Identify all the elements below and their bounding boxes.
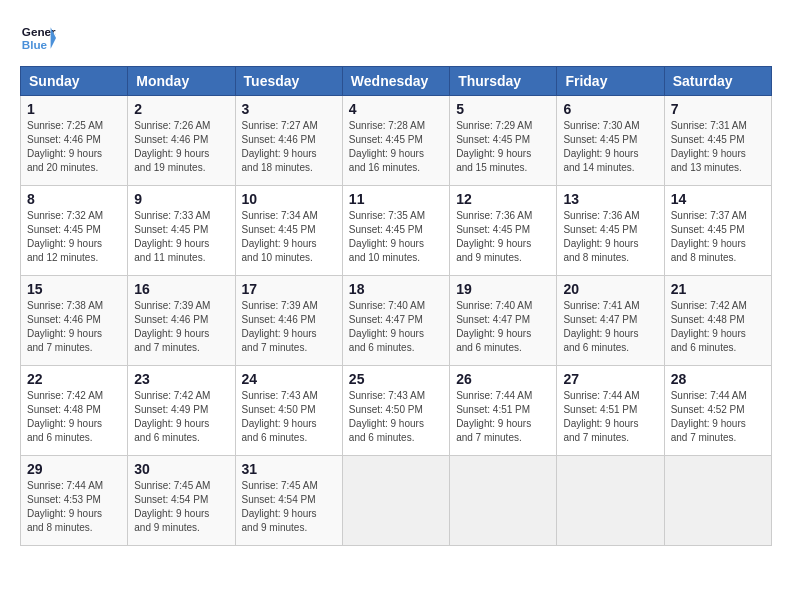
- calendar-cell: 1Sunrise: 7:25 AMSunset: 4:46 PMDaylight…: [21, 96, 128, 186]
- day-info: Sunrise: 7:36 AMSunset: 4:45 PMDaylight:…: [456, 209, 550, 265]
- day-number: 4: [349, 101, 443, 117]
- day-info: Sunrise: 7:25 AMSunset: 4:46 PMDaylight:…: [27, 119, 121, 175]
- day-info: Sunrise: 7:39 AMSunset: 4:46 PMDaylight:…: [242, 299, 336, 355]
- calendar-week-2: 8Sunrise: 7:32 AMSunset: 4:45 PMDaylight…: [21, 186, 772, 276]
- calendar-cell: 14Sunrise: 7:37 AMSunset: 4:45 PMDayligh…: [664, 186, 771, 276]
- calendar-week-3: 15Sunrise: 7:38 AMSunset: 4:46 PMDayligh…: [21, 276, 772, 366]
- calendar-cell: 24Sunrise: 7:43 AMSunset: 4:50 PMDayligh…: [235, 366, 342, 456]
- day-number: 13: [563, 191, 657, 207]
- logo-icon: General Blue: [20, 20, 56, 56]
- day-number: 7: [671, 101, 765, 117]
- day-info: Sunrise: 7:45 AMSunset: 4:54 PMDaylight:…: [242, 479, 336, 535]
- day-header-sunday: Sunday: [21, 67, 128, 96]
- day-info: Sunrise: 7:44 AMSunset: 4:52 PMDaylight:…: [671, 389, 765, 445]
- day-info: Sunrise: 7:29 AMSunset: 4:45 PMDaylight:…: [456, 119, 550, 175]
- calendar-cell: 7Sunrise: 7:31 AMSunset: 4:45 PMDaylight…: [664, 96, 771, 186]
- day-info: Sunrise: 7:34 AMSunset: 4:45 PMDaylight:…: [242, 209, 336, 265]
- day-number: 23: [134, 371, 228, 387]
- day-info: Sunrise: 7:30 AMSunset: 4:45 PMDaylight:…: [563, 119, 657, 175]
- day-info: Sunrise: 7:45 AMSunset: 4:54 PMDaylight:…: [134, 479, 228, 535]
- calendar-week-5: 29Sunrise: 7:44 AMSunset: 4:53 PMDayligh…: [21, 456, 772, 546]
- day-info: Sunrise: 7:44 AMSunset: 4:53 PMDaylight:…: [27, 479, 121, 535]
- day-number: 25: [349, 371, 443, 387]
- page-header: General Blue: [20, 20, 772, 56]
- calendar-cell: 22Sunrise: 7:42 AMSunset: 4:48 PMDayligh…: [21, 366, 128, 456]
- day-info: Sunrise: 7:42 AMSunset: 4:48 PMDaylight:…: [27, 389, 121, 445]
- day-info: Sunrise: 7:37 AMSunset: 4:45 PMDaylight:…: [671, 209, 765, 265]
- calendar-cell: 21Sunrise: 7:42 AMSunset: 4:48 PMDayligh…: [664, 276, 771, 366]
- calendar-cell: 19Sunrise: 7:40 AMSunset: 4:47 PMDayligh…: [450, 276, 557, 366]
- day-number: 19: [456, 281, 550, 297]
- day-number: 5: [456, 101, 550, 117]
- day-number: 18: [349, 281, 443, 297]
- calendar-cell: 6Sunrise: 7:30 AMSunset: 4:45 PMDaylight…: [557, 96, 664, 186]
- day-header-wednesday: Wednesday: [342, 67, 449, 96]
- calendar-cell: [557, 456, 664, 546]
- calendar-cell: 29Sunrise: 7:44 AMSunset: 4:53 PMDayligh…: [21, 456, 128, 546]
- calendar-cell: 11Sunrise: 7:35 AMSunset: 4:45 PMDayligh…: [342, 186, 449, 276]
- calendar-cell: 25Sunrise: 7:43 AMSunset: 4:50 PMDayligh…: [342, 366, 449, 456]
- day-number: 31: [242, 461, 336, 477]
- day-info: Sunrise: 7:44 AMSunset: 4:51 PMDaylight:…: [456, 389, 550, 445]
- calendar-cell: 2Sunrise: 7:26 AMSunset: 4:46 PMDaylight…: [128, 96, 235, 186]
- day-info: Sunrise: 7:44 AMSunset: 4:51 PMDaylight:…: [563, 389, 657, 445]
- days-of-week-row: SundayMondayTuesdayWednesdayThursdayFrid…: [21, 67, 772, 96]
- day-number: 12: [456, 191, 550, 207]
- day-number: 1: [27, 101, 121, 117]
- calendar-cell: [342, 456, 449, 546]
- calendar-cell: 12Sunrise: 7:36 AMSunset: 4:45 PMDayligh…: [450, 186, 557, 276]
- day-info: Sunrise: 7:42 AMSunset: 4:48 PMDaylight:…: [671, 299, 765, 355]
- calendar-cell: 4Sunrise: 7:28 AMSunset: 4:45 PMDaylight…: [342, 96, 449, 186]
- day-number: 26: [456, 371, 550, 387]
- calendar-cell: 9Sunrise: 7:33 AMSunset: 4:45 PMDaylight…: [128, 186, 235, 276]
- day-info: Sunrise: 7:43 AMSunset: 4:50 PMDaylight:…: [349, 389, 443, 445]
- day-number: 22: [27, 371, 121, 387]
- calendar-cell: 28Sunrise: 7:44 AMSunset: 4:52 PMDayligh…: [664, 366, 771, 456]
- calendar-cell: 23Sunrise: 7:42 AMSunset: 4:49 PMDayligh…: [128, 366, 235, 456]
- day-header-tuesday: Tuesday: [235, 67, 342, 96]
- day-number: 21: [671, 281, 765, 297]
- calendar-body: 1Sunrise: 7:25 AMSunset: 4:46 PMDaylight…: [21, 96, 772, 546]
- day-number: 24: [242, 371, 336, 387]
- day-header-monday: Monday: [128, 67, 235, 96]
- day-info: Sunrise: 7:38 AMSunset: 4:46 PMDaylight:…: [27, 299, 121, 355]
- day-info: Sunrise: 7:42 AMSunset: 4:49 PMDaylight:…: [134, 389, 228, 445]
- day-number: 10: [242, 191, 336, 207]
- day-info: Sunrise: 7:39 AMSunset: 4:46 PMDaylight:…: [134, 299, 228, 355]
- day-number: 27: [563, 371, 657, 387]
- day-info: Sunrise: 7:32 AMSunset: 4:45 PMDaylight:…: [27, 209, 121, 265]
- calendar-cell: 18Sunrise: 7:40 AMSunset: 4:47 PMDayligh…: [342, 276, 449, 366]
- day-info: Sunrise: 7:36 AMSunset: 4:45 PMDaylight:…: [563, 209, 657, 265]
- day-number: 17: [242, 281, 336, 297]
- day-number: 3: [242, 101, 336, 117]
- day-header-thursday: Thursday: [450, 67, 557, 96]
- calendar-cell: 3Sunrise: 7:27 AMSunset: 4:46 PMDaylight…: [235, 96, 342, 186]
- calendar-cell: 13Sunrise: 7:36 AMSunset: 4:45 PMDayligh…: [557, 186, 664, 276]
- calendar-header: SundayMondayTuesdayWednesdayThursdayFrid…: [21, 67, 772, 96]
- calendar-cell: 10Sunrise: 7:34 AMSunset: 4:45 PMDayligh…: [235, 186, 342, 276]
- calendar-cell: [664, 456, 771, 546]
- calendar-cell: 5Sunrise: 7:29 AMSunset: 4:45 PMDaylight…: [450, 96, 557, 186]
- calendar-cell: 17Sunrise: 7:39 AMSunset: 4:46 PMDayligh…: [235, 276, 342, 366]
- day-number: 29: [27, 461, 121, 477]
- day-info: Sunrise: 7:40 AMSunset: 4:47 PMDaylight:…: [349, 299, 443, 355]
- calendar-week-4: 22Sunrise: 7:42 AMSunset: 4:48 PMDayligh…: [21, 366, 772, 456]
- day-number: 6: [563, 101, 657, 117]
- day-number: 15: [27, 281, 121, 297]
- calendar-cell: 20Sunrise: 7:41 AMSunset: 4:47 PMDayligh…: [557, 276, 664, 366]
- day-number: 28: [671, 371, 765, 387]
- day-info: Sunrise: 7:31 AMSunset: 4:45 PMDaylight:…: [671, 119, 765, 175]
- calendar-cell: 16Sunrise: 7:39 AMSunset: 4:46 PMDayligh…: [128, 276, 235, 366]
- day-info: Sunrise: 7:28 AMSunset: 4:45 PMDaylight:…: [349, 119, 443, 175]
- day-number: 11: [349, 191, 443, 207]
- day-info: Sunrise: 7:27 AMSunset: 4:46 PMDaylight:…: [242, 119, 336, 175]
- day-info: Sunrise: 7:26 AMSunset: 4:46 PMDaylight:…: [134, 119, 228, 175]
- logo: General Blue: [20, 20, 56, 56]
- calendar-cell: 31Sunrise: 7:45 AMSunset: 4:54 PMDayligh…: [235, 456, 342, 546]
- day-number: 16: [134, 281, 228, 297]
- calendar-table: SundayMondayTuesdayWednesdayThursdayFrid…: [20, 66, 772, 546]
- day-number: 8: [27, 191, 121, 207]
- day-header-friday: Friday: [557, 67, 664, 96]
- day-header-saturday: Saturday: [664, 67, 771, 96]
- day-number: 2: [134, 101, 228, 117]
